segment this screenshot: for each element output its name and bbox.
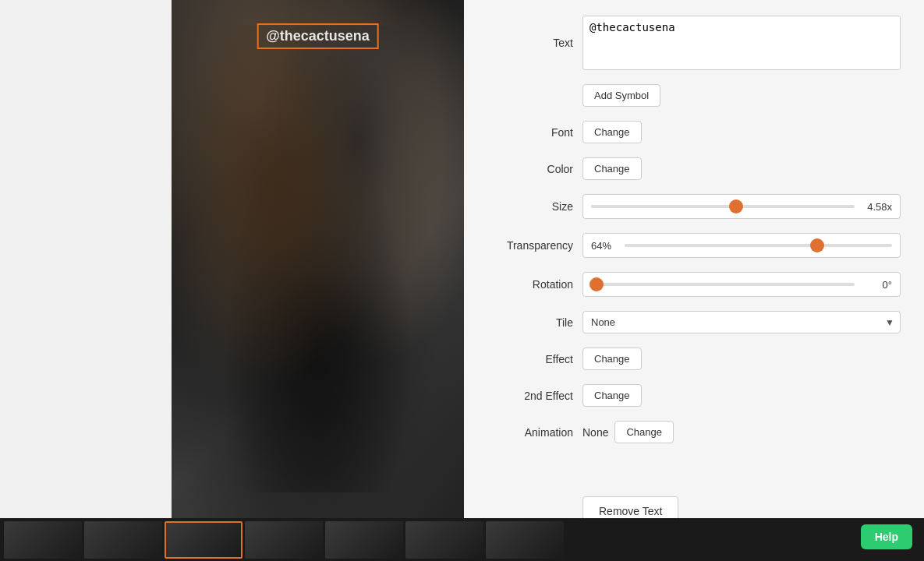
add-symbol-row: Add Symbol	[582, 84, 901, 107]
font-property-row: Font Change	[487, 121, 901, 143]
rotation-slider-track[interactable]	[591, 283, 855, 286]
size-label: Size	[487, 200, 573, 213]
effect-property-row: Effect Change	[487, 348, 901, 370]
tile-property-row: Tile None Horizontal Vertical Both ▼	[487, 311, 901, 333]
font-label: Font	[487, 126, 573, 139]
color-property-row: Color Change	[487, 157, 901, 180]
effect2-property-row: 2nd Effect Change	[487, 384, 901, 407]
canvas-area: @thecactusena	[172, 0, 464, 518]
transparency-property-row: Transparency 64%	[487, 233, 901, 258]
size-slider-value: 4.58x	[861, 201, 892, 213]
animation-label: Animation	[487, 426, 573, 439]
film-thumb-6[interactable]	[405, 521, 483, 559]
text-overlay[interactable]: @thecactusena	[257, 23, 379, 49]
remove-text-button[interactable]: Remove Text	[582, 496, 678, 518]
canvas-image: @thecactusena	[172, 0, 464, 518]
film-thumb-7[interactable]	[486, 521, 564, 559]
spacing	[487, 457, 901, 481]
film-thumb-4[interactable]	[245, 521, 323, 559]
tile-label: Tile	[487, 316, 573, 329]
effect-change-button[interactable]: Change	[582, 348, 642, 370]
film-thumb-1[interactable]	[4, 521, 82, 559]
color-label: Color	[487, 163, 573, 175]
color-change-button[interactable]: Change	[582, 157, 642, 180]
film-thumb-5[interactable]	[325, 521, 403, 559]
main-area: @thecactusena Text Add Symbol Font Chang…	[0, 0, 924, 518]
rotation-slider-thumb[interactable]	[589, 277, 604, 291]
transparency-slider-track[interactable]	[625, 244, 892, 247]
transparency-slider-container: 64%	[582, 233, 901, 258]
size-slider-container: 4.58x	[582, 194, 901, 219]
font-change-button[interactable]: Change	[582, 121, 642, 143]
text-property-row: Text	[487, 16, 901, 70]
add-symbol-button[interactable]: Add Symbol	[582, 84, 660, 107]
rotation-slider-container: 0°	[582, 272, 901, 297]
transparency-slider-fill	[625, 244, 817, 247]
effect2-label: 2nd Effect	[487, 390, 573, 402]
rotation-property-row: Rotation 0°	[487, 272, 901, 297]
rotation-slider-value: 0°	[861, 279, 892, 291]
size-property-row: Size 4.58x	[487, 194, 901, 219]
rotation-label: Rotation	[487, 278, 573, 291]
transparency-label: Transparency	[487, 239, 573, 252]
help-button[interactable]: Help	[861, 524, 912, 549]
text-input[interactable]	[582, 16, 901, 70]
transparency-slider-value: 64%	[591, 240, 618, 252]
filmstrip	[0, 518, 924, 561]
size-slider-track[interactable]	[591, 205, 855, 208]
size-slider-fill	[591, 205, 736, 208]
film-thumb-3[interactable]	[165, 521, 243, 559]
animation-property-row: Animation None Change	[487, 421, 901, 443]
size-slider-thumb[interactable]	[729, 199, 743, 213]
animation-value: None	[582, 426, 608, 439]
text-label: Text	[487, 37, 573, 49]
film-thumb-2[interactable]	[84, 521, 162, 559]
right-panel: Text Add Symbol Font Change Color Change…	[464, 0, 924, 518]
tile-select[interactable]: None Horizontal Vertical Both	[582, 311, 901, 333]
left-sidebar	[0, 0, 172, 518]
effect2-change-button[interactable]: Change	[582, 384, 642, 407]
tile-select-container: None Horizontal Vertical Both ▼	[582, 311, 901, 333]
animation-controls: None Change	[582, 421, 674, 443]
animation-change-button[interactable]: Change	[614, 421, 674, 443]
effect-label: Effect	[487, 353, 573, 365]
transparency-slider-thumb[interactable]	[810, 238, 824, 252]
